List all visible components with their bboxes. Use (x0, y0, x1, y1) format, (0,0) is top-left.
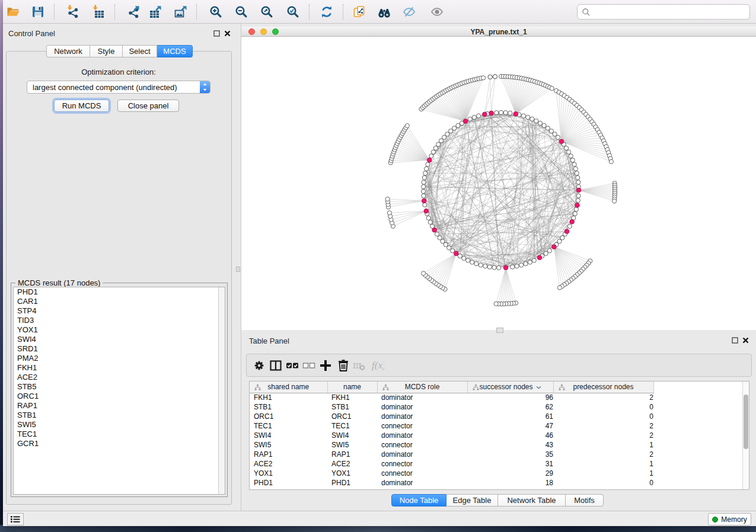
table-row[interactable]: STB1 STB1 dominator 62 0 (250, 402, 742, 412)
dropdown-stepper-icon[interactable] (200, 81, 210, 93)
network-node[interactable] (499, 110, 503, 114)
dominator-node[interactable] (564, 229, 569, 234)
network-node[interactable] (468, 117, 472, 121)
vertical-splitter[interactable] (234, 24, 241, 511)
network-node[interactable] (564, 146, 569, 150)
dominator-node[interactable] (559, 139, 564, 144)
network-node[interactable] (576, 194, 580, 198)
network-node[interactable] (524, 262, 528, 266)
network-node[interactable] (452, 126, 457, 130)
dominator-node[interactable] (503, 265, 508, 270)
network-node[interactable] (511, 265, 515, 269)
show-all-icon[interactable] (428, 3, 446, 21)
network-node[interactable] (532, 258, 536, 262)
network-titlebar[interactable]: YPA_prune.txt_1 (241, 27, 756, 37)
network-node[interactable] (444, 242, 448, 246)
network-node[interactable] (530, 117, 534, 121)
network-node[interactable] (422, 180, 426, 184)
network-node[interactable] (494, 302, 498, 306)
network-node[interactable] (609, 159, 613, 164)
network-node[interactable] (428, 220, 432, 225)
dominator-node[interactable] (575, 203, 580, 208)
network-node[interactable] (613, 199, 617, 203)
network-node[interactable] (431, 150, 435, 154)
network-node[interactable] (576, 198, 580, 203)
dominator-node[interactable] (537, 255, 542, 260)
mcds-result-node[interactable]: YOX1 (14, 325, 225, 335)
network-node[interactable] (442, 135, 446, 139)
close-panel-button[interactable]: Close panel (117, 100, 179, 112)
dominator-node[interactable] (454, 251, 459, 256)
float-panel-icon[interactable] (732, 337, 738, 344)
network-node[interactable] (470, 260, 474, 264)
settings-gear-icon[interactable] (251, 357, 267, 374)
network-node[interactable] (493, 75, 497, 79)
network-node[interactable] (570, 158, 575, 162)
network-node[interactable] (487, 265, 492, 269)
column-header-predecessor-nodes[interactable]: predecessor nodes (553, 382, 653, 393)
mcds-result-node[interactable]: TID3 (14, 316, 225, 325)
network-node[interactable] (474, 262, 479, 266)
dominator-node[interactable] (422, 198, 426, 203)
import-network-icon[interactable] (64, 3, 82, 21)
network-node[interactable] (534, 119, 538, 123)
network-node[interactable] (567, 224, 572, 228)
table-row[interactable]: SWI4 SWI4 dominator 46 2 (250, 431, 742, 440)
network-node[interactable] (574, 207, 578, 211)
mcds-result-node[interactable]: RAP1 (14, 401, 225, 411)
network-node[interactable] (405, 124, 409, 128)
network-node[interactable] (466, 258, 470, 262)
float-panel-icon[interactable] (213, 30, 220, 37)
network-node[interactable] (497, 265, 501, 270)
network-node[interactable] (503, 111, 508, 115)
dominator-node[interactable] (489, 111, 494, 116)
column-header-MCDS-role[interactable]: MCDS role (377, 382, 467, 393)
network-node[interactable] (421, 189, 425, 193)
network-node[interactable] (567, 150, 571, 154)
mcds-result-node[interactable]: SWI5 (14, 420, 225, 430)
network-node[interactable] (472, 115, 476, 119)
network-node[interactable] (553, 132, 557, 136)
table-row[interactable]: RAP1 RAP1 dominator 35 2 (250, 450, 742, 459)
network-node[interactable] (447, 246, 451, 250)
network-node[interactable] (569, 154, 573, 158)
zoom-in-icon[interactable] (207, 3, 225, 21)
network-node[interactable] (456, 123, 460, 127)
dominator-node[interactable] (576, 188, 581, 193)
network-node[interactable] (433, 146, 438, 150)
zoom-selected-icon[interactable] (284, 3, 302, 21)
mcds-result-node[interactable]: PMA2 (14, 354, 225, 363)
dominator-node[interactable] (483, 112, 487, 117)
column-header-shared-name[interactable]: shared name (250, 382, 327, 393)
network-node[interactable] (483, 264, 487, 268)
dominator-node[interactable] (463, 119, 468, 124)
save-session-icon[interactable] (29, 3, 47, 21)
table-row[interactable]: SWI5 SWI5 connector 43 1 (250, 440, 742, 450)
refresh-view-icon[interactable] (318, 3, 336, 21)
table-row[interactable]: TEC1 TEC1 connector 47 2 (250, 421, 742, 431)
network-node[interactable] (435, 232, 439, 236)
run-mcds-button[interactable]: Run MCDS (54, 100, 109, 112)
task-history-button[interactable] (7, 513, 24, 525)
network-node[interactable] (387, 211, 391, 215)
network-node[interactable] (481, 76, 485, 80)
memory-button[interactable]: Memory (708, 513, 751, 525)
network-node[interactable] (451, 249, 455, 253)
export-image-icon[interactable] (172, 3, 190, 21)
dominator-node[interactable] (427, 158, 432, 162)
column-view-icon[interactable] (267, 357, 284, 374)
table-row[interactable]: ACE2 ACE2 connector 31 1 (250, 459, 742, 469)
network-node[interactable] (538, 121, 543, 125)
table-row[interactable]: ORC1 ORC1 dominator 61 0 (250, 412, 742, 421)
network-node[interactable] (445, 132, 449, 136)
zoom-fit-icon[interactable] (258, 3, 276, 21)
mcds-result-node[interactable]: FKH1 (14, 363, 225, 373)
table-scrollbar-thumb[interactable] (744, 395, 748, 449)
network-node[interactable] (425, 166, 429, 171)
deselect-all-checkboxes-icon[interactable] (301, 357, 317, 374)
column-header-name[interactable]: name (327, 382, 377, 393)
result-list-scrollbar[interactable] (218, 287, 225, 494)
dominator-node[interactable] (552, 245, 557, 249)
search-binoculars-icon[interactable] (375, 3, 393, 21)
network-node[interactable] (572, 162, 576, 166)
